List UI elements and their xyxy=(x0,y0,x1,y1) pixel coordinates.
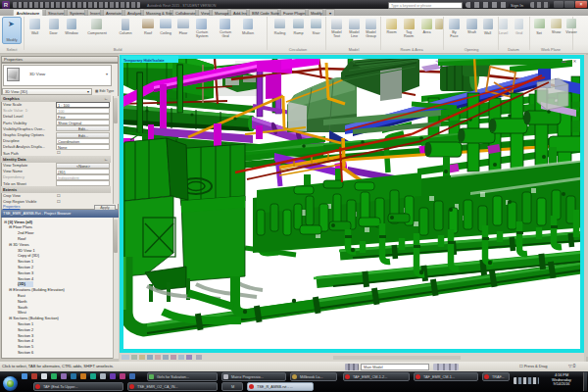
svg-text:▬ ▢ ✕: ▬ ▢ ✕ xyxy=(562,59,576,64)
svg-text:Temporary Hide/Isolate: Temporary Hide/Isolate xyxy=(123,59,165,63)
